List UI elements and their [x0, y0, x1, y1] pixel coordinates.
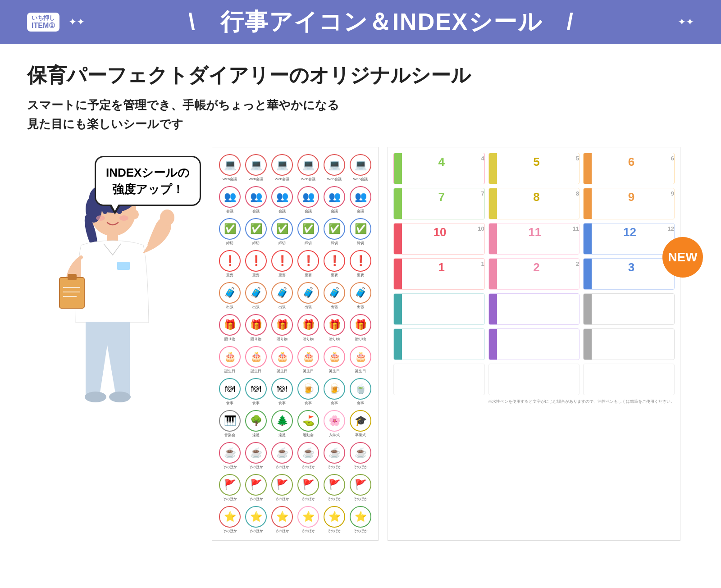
icon-cell: ✅締切	[322, 217, 347, 247]
icon-cell: 🎁贈り物	[270, 313, 294, 343]
badge-small: いち押し	[32, 14, 55, 22]
index-item: 4 4	[393, 153, 485, 184]
index-item: 1 1	[393, 258, 485, 290]
index-tab	[394, 294, 402, 324]
index-item	[583, 293, 675, 325]
content-row: INDEXシールの 強度アップ！	[27, 147, 694, 541]
svg-point-8	[119, 215, 128, 221]
svg-point-18	[85, 392, 106, 402]
index-number	[402, 364, 484, 395]
icon-cell: 🚩そのほか	[270, 473, 294, 503]
icon-cell: 💻Web会議	[348, 153, 373, 183]
speech-bubble: INDEXシールの 強度アップ！	[95, 156, 201, 206]
subtitle-line2: 見た目にも楽しいシールです	[27, 115, 694, 134]
icon-cell: ❗重要	[270, 249, 294, 279]
icon-cell: 🎁贈り物	[218, 313, 242, 343]
icon-cell: 🎹音楽会	[218, 409, 242, 439]
index-item	[488, 364, 580, 395]
index-number	[592, 329, 674, 360]
icon-cell: ❗重要	[218, 249, 242, 279]
index-tab	[394, 259, 402, 289]
new-badge: NEW	[662, 237, 703, 278]
icon-cell: 🚩そのほか	[244, 473, 268, 503]
icon-cell: 🧳出張	[322, 281, 347, 311]
icon-cell: ⭐そのほか	[322, 505, 347, 535]
index-tab	[489, 364, 497, 395]
icon-cell: ✅締切	[218, 217, 242, 247]
index-item	[488, 328, 580, 360]
index-small-number: 1	[481, 259, 484, 289]
index-tab	[489, 223, 497, 254]
index-small-number: 8	[576, 188, 579, 219]
index-item: 3 3	[583, 258, 675, 290]
index-tab	[394, 364, 402, 395]
index-tab	[489, 329, 497, 360]
svg-point-5	[102, 208, 108, 214]
icon-cell: 💻Web会議	[244, 153, 268, 183]
index-item: 5 5	[488, 153, 580, 184]
index-item	[583, 364, 675, 395]
icon-sheet: 💻Web会議 💻Web会議 💻Web会議 💻Web会議 💻Web会議 💻Web会…	[212, 147, 379, 541]
index-note: ※水性ペンを使用すると文字がにじむ場合がありますので、油性ペンもしくは鉛筆をご使…	[393, 399, 675, 405]
icon-cell: 🧳出張	[244, 281, 268, 311]
index-grid: 4 4 5 5 6 6	[393, 153, 675, 395]
icon-cell: 🎂誕生日	[322, 345, 347, 375]
icon-cell: 🍺食事	[296, 377, 320, 407]
icon-cell: 👥会議	[322, 185, 347, 215]
index-number	[497, 364, 580, 395]
person-illustration	[41, 174, 185, 453]
icon-cell: 🚩そのほか	[322, 473, 347, 503]
page-wrapper: いち押し ITEM① ✦✦ \ 行事アイコン＆INDEXシール / ✦✦ 保育パ…	[0, 0, 721, 554]
icon-cell: 🎓卒業式	[348, 409, 373, 439]
icon-cell: 🧳出張	[270, 281, 294, 311]
icon-cell: ☕そのほか	[218, 441, 242, 471]
icon-cell: ⭐そのほか	[244, 505, 268, 535]
icon-cell: 🎁贈り物	[244, 313, 268, 343]
svg-rect-12	[59, 278, 84, 308]
index-small-number: 11	[573, 223, 579, 254]
icon-cell: ☕そのほか	[296, 441, 320, 471]
icon-cell: 🍽食事	[270, 377, 294, 407]
icon-cell: ❗重要	[244, 249, 268, 279]
section-title: 保育パーフェクトダイアリーのオリジナルシール	[27, 62, 694, 89]
icon-cell: ❗重要	[348, 249, 373, 279]
badge-big: ITEM①	[32, 21, 55, 30]
index-number: 3	[592, 259, 671, 289]
icon-cell: 🎂誕生日	[348, 345, 373, 375]
svg-point-4	[132, 210, 139, 219]
index-tab	[584, 259, 592, 289]
index-sheet: 4 4 5 5 6 6	[388, 147, 680, 541]
index-item	[393, 293, 485, 325]
icon-cell: ✅締切	[296, 217, 320, 247]
index-tab	[489, 153, 497, 184]
index-tab	[489, 294, 497, 324]
index-item: 6 6	[583, 153, 675, 184]
icon-cell: ☕そのほか	[322, 441, 347, 471]
icon-cell: ✅締切	[348, 217, 373, 247]
icon-cell: 👥会議	[244, 185, 268, 215]
index-tab	[584, 294, 592, 324]
svg-point-19	[109, 392, 131, 402]
index-number: 1	[402, 259, 481, 289]
icon-cell: ❗重要	[322, 249, 347, 279]
icon-cell: 🌲遠足	[270, 409, 294, 439]
icon-cell: 🧳出張	[296, 281, 320, 311]
icon-cell: 🚩そのほか	[296, 473, 320, 503]
index-tab	[394, 188, 402, 219]
stickers-container: 💻Web会議 💻Web会議 💻Web会議 💻Web会議 💻Web会議 💻Web会…	[212, 147, 680, 541]
speech-line2: 強度アップ！	[106, 181, 190, 197]
index-number	[402, 294, 484, 324]
icon-cell: ⭐そのほか	[218, 505, 242, 535]
icon-cell: 🌸入学式	[322, 409, 347, 439]
icon-cell: 🍺食事	[322, 377, 347, 407]
index-number	[497, 294, 580, 324]
icon-cell: 👥会議	[270, 185, 294, 215]
icon-cell: 🍽食事	[218, 377, 242, 407]
icon-cell: 👥会議	[218, 185, 242, 215]
index-number: 11	[497, 223, 573, 254]
header-title: \ 行事アイコン＆INDEXシール /	[94, 6, 669, 38]
icon-cell: ⭐そのほか	[296, 505, 320, 535]
index-small-number: 10	[478, 223, 484, 254]
icon-cell: 🎂誕生日	[244, 345, 268, 375]
index-small-number: 2	[576, 259, 579, 289]
